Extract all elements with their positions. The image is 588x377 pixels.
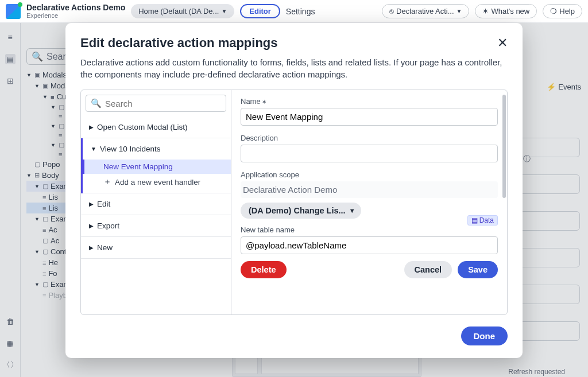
scope-selector-label: (DA Demo) Change Lis... [249, 206, 346, 215]
help-icon: ❍ [550, 7, 557, 15]
whats-new-label: What's new [491, 7, 529, 15]
menu-icon: ⎋ [389, 7, 394, 15]
mapping-search[interactable]: 🔍 [86, 95, 226, 112]
help-label: Help [559, 7, 575, 15]
save-button[interactable]: Save [458, 261, 498, 278]
caret-down-icon: ▼ [91, 146, 96, 152]
app-scope-label: Application scope [241, 170, 498, 179]
app-title-block: Declarative Actions Demo Experience [26, 3, 125, 19]
mapping-search-input[interactable] [105, 99, 221, 108]
app-title: Declarative Actions Demo [26, 3, 125, 12]
mapping-sub-new-event[interactable]: New Event Mapping [83, 160, 231, 174]
home-selector[interactable]: Home (Default (DA De... ▼ [131, 4, 234, 18]
scrollbar[interactable] [502, 95, 506, 198]
table-name-input[interactable] [241, 236, 498, 254]
scope-selector[interactable]: (DA Demo) Change Lis... ▼ [241, 203, 361, 219]
search-icon: 🔍 [91, 98, 102, 108]
whats-new-button[interactable]: ✶ What's new [475, 4, 537, 18]
sparkle-icon: ✶ [482, 7, 489, 15]
caret-right-icon: ▶ [89, 244, 94, 251]
edit-mappings-modal: Edit declarative action mappings ✕ Decla… [65, 23, 523, 358]
add-event-handler[interactable]: ＋Add a new event handler [83, 174, 231, 190]
done-button[interactable]: Done [461, 327, 508, 345]
app-subtitle: Experience [26, 12, 125, 19]
app-scope-value: Declarative Action Demo [241, 181, 498, 198]
declarative-actions-label: Declarative Acti... [396, 7, 454, 15]
description-input[interactable] [241, 145, 498, 162]
caret-down-icon: ▼ [221, 8, 227, 14]
help-button[interactable]: ❍ Help [543, 4, 582, 18]
mapping-item-view-10[interactable]: ▼View 10 Incidents [83, 138, 231, 160]
name-input[interactable] [241, 108, 498, 126]
mapping-item-export[interactable]: ▶Export [81, 215, 231, 237]
modal-title: Edit declarative action mappings [80, 36, 278, 50]
caret-right-icon: ▶ [89, 124, 94, 130]
data-icon: ▤ [471, 216, 478, 224]
data-chip[interactable]: ▤Data [467, 215, 498, 226]
table-name-label: New table name [241, 226, 498, 234]
close-icon[interactable]: ✕ [497, 36, 508, 50]
settings-tab[interactable]: Settings [286, 7, 315, 16]
plus-icon: ＋ [103, 177, 111, 187]
caret-down-icon: ▼ [349, 207, 355, 214]
mapping-item-open-custom[interactable]: ▶Open Custom Modal (List) [81, 116, 231, 138]
home-selector-label: Home (Default (DA De... [138, 7, 219, 15]
declarative-actions-menu[interactable]: ⎋ Declarative Acti... ▼ [382, 4, 469, 18]
editor-tab[interactable]: Editor [240, 4, 280, 18]
description-label: Description [241, 134, 498, 142]
app-logo [6, 4, 21, 19]
delete-button[interactable]: Delete [241, 261, 287, 278]
caret-down-icon: ▼ [457, 8, 462, 14]
name-label: Name [241, 97, 498, 106]
modal-description: Declarative actions add custom functiona… [80, 56, 508, 80]
mapping-item-new[interactable]: ▶New [81, 237, 231, 259]
cancel-button[interactable]: Cancel [404, 261, 452, 278]
caret-right-icon: ▶ [89, 201, 94, 207]
caret-right-icon: ▶ [89, 223, 94, 229]
mapping-item-edit[interactable]: ▶Edit [81, 193, 231, 215]
